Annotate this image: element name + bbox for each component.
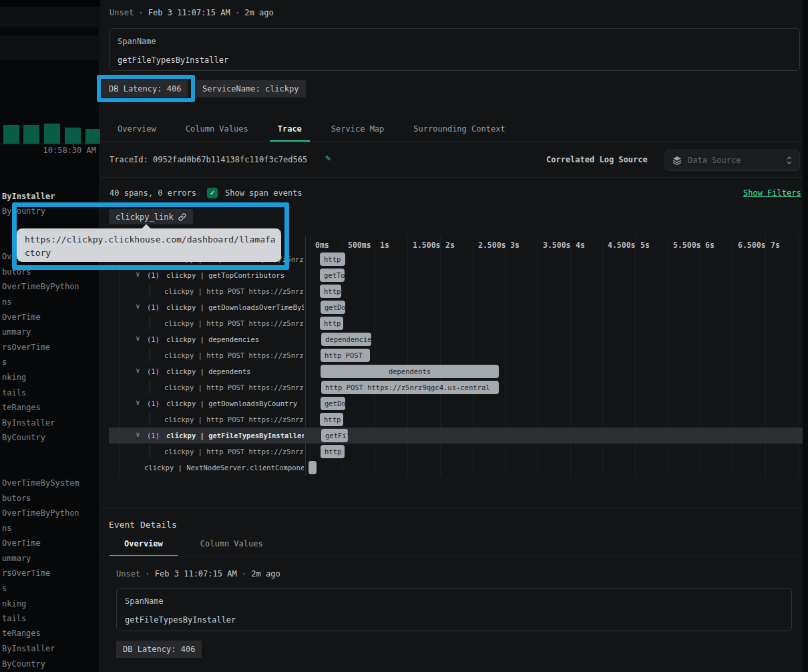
span-duration-bar[interactable]: http POST https://z5nrz9qgc4.us-central <box>321 381 499 394</box>
span-duration-bar[interactable]: dependents <box>321 365 499 378</box>
span-duration-bar[interactable]: http <box>320 317 343 330</box>
span-label[interactable]: clickpy | getFileTypesByInstaller <box>166 428 304 444</box>
span-label[interactable]: clickpy | http POST https://z5nrz9qgc4.u… <box>164 315 304 331</box>
span-label[interactable]: clickpy | NextNodeServer.clientCompone <box>144 460 304 476</box>
meta-separator: · <box>145 569 150 578</box>
sidebar-item[interactable]: teRanges <box>2 629 41 638</box>
chevron-down-icon[interactable]: ∨ <box>136 366 140 375</box>
span-duration-bar[interactable]: getTopContributors <box>320 269 345 282</box>
span-duration-bar[interactable]: http <box>320 413 343 426</box>
tab-overview[interactable]: Overview <box>110 119 164 142</box>
span-row[interactable]: clickpy | http POST https://z5nrz9qgc4.u… <box>100 347 803 363</box>
service-name-badge[interactable]: ServiceName: clickpy <box>196 80 306 98</box>
span-row[interactable]: clickpy | http POST https://z5nrz9qgc4.u… <box>100 283 803 299</box>
sidebar-item[interactable]: butors <box>2 494 31 503</box>
sidebar-item[interactable]: tails <box>2 388 26 397</box>
tab-column-values[interactable]: Column Values <box>178 119 256 142</box>
span-duration-bar[interactable]: http <box>321 445 345 458</box>
sidebar-item[interactable]: rsOverTime <box>2 343 50 352</box>
span-duration-bar[interactable] <box>309 461 317 474</box>
external-link-icon <box>178 213 186 221</box>
sidebar-item[interactable]: tails <box>2 614 26 623</box>
chevron-down-icon[interactable]: ∨ <box>136 398 140 407</box>
span-row[interactable]: clickpy | http POST https://z5nrz9qgc4.u… <box>100 315 803 331</box>
sidebar-item[interactable]: ns <box>2 297 11 307</box>
sidebar-item[interactable]: ummary <box>2 327 31 337</box>
sidebar-item[interactable]: ByInstaller <box>2 418 55 428</box>
span-row[interactable]: ∨(1)clickpy | getDownloadsOverTimeBySyst… <box>100 299 803 315</box>
span-duration-bar[interactable]: http <box>320 253 345 266</box>
chevron-down-icon[interactable]: ∨ <box>136 430 140 439</box>
span-label[interactable]: clickpy | http POST https://z5nrz9qgc4.u… <box>164 283 304 299</box>
span-duration-bar[interactable]: getDownloads <box>321 397 345 410</box>
sidebar-item[interactable]: ByInstaller <box>2 192 55 201</box>
sidebar-item[interactable]: s <box>2 584 7 593</box>
span-label[interactable]: clickpy | http POST https://z5nrz9qgc4.u… <box>164 411 304 428</box>
span-label[interactable]: clickpy | dependents <box>166 363 304 379</box>
axis-tick-label: 1.500s <box>413 240 441 250</box>
span-label[interactable]: clickpy | http POST https://z5nrz9qgc4.u… <box>164 444 304 460</box>
span-event-count: (1) <box>147 331 160 347</box>
tab-surrounding-context[interactable]: Surrounding Context <box>405 119 513 142</box>
axis-tick-label: 4s <box>576 240 585 250</box>
sidebar-item[interactable]: OverTimeByPython <box>2 508 79 518</box>
show-span-events-checkbox[interactable]: ✓ <box>207 188 218 198</box>
sidebar-item[interactable]: OverTime <box>2 538 41 548</box>
span-label[interactable]: clickpy | getDownloadsByCountry <box>166 395 304 411</box>
data-source-select[interactable]: Data Source <box>664 150 800 171</box>
span-label[interactable]: clickpy | http POST https://z5nrz9qgc4.u… <box>164 347 304 363</box>
span-row[interactable]: ∨(1)clickpy | getFileTypesByInstallerget… <box>100 428 803 444</box>
sidebar-item[interactable]: nking <box>2 373 26 382</box>
span-row[interactable]: ∨(1)clickpy | dependenciesdependencies <box>100 331 803 347</box>
span-row[interactable]: clickpy | http POST https://z5nrz9qgc4.u… <box>100 444 803 460</box>
span-label[interactable]: clickpy | getDownloadsOverTimeBySystem <box>166 299 304 315</box>
sidebar-item[interactable]: OverTimeByPython <box>2 282 79 291</box>
span-row[interactable]: clickpy | http POST https://z5nrz9qgc4.u… <box>100 379 803 395</box>
span-duration-bar[interactable]: getFileTypes <box>321 429 348 442</box>
show-filters-link[interactable]: Show Filters <box>743 188 801 198</box>
show-span-events-label[interactable]: Show span events <box>225 188 302 198</box>
url-tooltip: https://clickpy.clickhouse.com/dashboard… <box>17 228 281 262</box>
db-latency-badge-details[interactable]: DB Latency: 406 <box>116 641 202 658</box>
edit-pencil-icon[interactable]: ✎ <box>325 152 331 163</box>
span-duration-bar[interactable]: getDownloads <box>321 301 345 314</box>
tab-trace[interactable]: Trace <box>270 119 310 142</box>
span-duration-bar[interactable]: http POST <box>321 349 370 362</box>
sidebar-item[interactable]: butors <box>2 267 31 277</box>
span-row[interactable]: clickpy | NextNodeServer.clientCompone <box>100 460 803 476</box>
sidebar-row[interactable] <box>0 35 100 60</box>
span-label[interactable]: clickpy | http POST https://z5nrz9qgc4.u… <box>164 379 304 395</box>
span-row[interactable]: ∨(1)clickpy | dependentsdependents <box>100 363 803 379</box>
sidebar-item[interactable]: OverTime <box>2 313 41 322</box>
span-row[interactable]: ∨(1)clickpy | getDownloadsByCountrygetDo… <box>100 395 803 411</box>
sidebar-item[interactable]: ns <box>2 524 11 533</box>
sidebar-item[interactable]: rsOverTime <box>2 568 50 578</box>
sidebar-item[interactable]: nking <box>2 599 26 609</box>
sidebar-item[interactable]: ummary <box>2 554 31 563</box>
chevron-down-icon[interactable]: ∨ <box>136 334 140 343</box>
sidebar-item[interactable]: ByInstaller <box>2 644 55 653</box>
sidebar-item[interactable]: s <box>2 357 7 367</box>
tab-service-map[interactable]: Service Map <box>323 119 392 142</box>
span-row[interactable]: ∨(1)clickpy | getTopContributorsgetTopCo… <box>100 267 803 283</box>
span-duration-bar[interactable]: http <box>320 285 341 298</box>
clickpy-link-chip[interactable]: clickpy_link <box>109 209 193 224</box>
db-latency-badge[interactable]: DB Latency: 406 <box>102 80 188 98</box>
sidebar-item[interactable]: ByCountry <box>2 659 45 669</box>
chevron-down-icon[interactable]: ∨ <box>136 270 140 279</box>
span-label[interactable]: clickpy | getTopContributors <box>166 267 304 283</box>
details-tab-overview[interactable]: Overview <box>110 534 178 556</box>
sidebar-item[interactable]: teRanges <box>2 403 41 412</box>
sidebar-item[interactable]: Ove <box>2 252 17 261</box>
details-tab-column-values[interactable]: Column Values <box>186 534 278 556</box>
sidebar-item[interactable]: ByCountry <box>2 206 45 216</box>
span-event-count: (1) <box>147 363 160 379</box>
span-duration-bar[interactable]: dependencies <box>321 333 371 346</box>
span-label[interactable]: clickpy | dependencies <box>166 331 304 347</box>
trace-id-label: TraceId: 0952fad0b67b114138fc110f3c7ed56… <box>110 155 307 164</box>
sidebar-row[interactable] <box>0 7 100 27</box>
sidebar-item[interactable]: ByCountry <box>2 433 45 442</box>
sidebar-item[interactable]: OverTimeBySystem <box>2 478 79 488</box>
chevron-down-icon[interactable]: ∨ <box>136 302 140 311</box>
span-row[interactable]: clickpy | http POST https://z5nrz9qgc4.u… <box>100 411 803 428</box>
